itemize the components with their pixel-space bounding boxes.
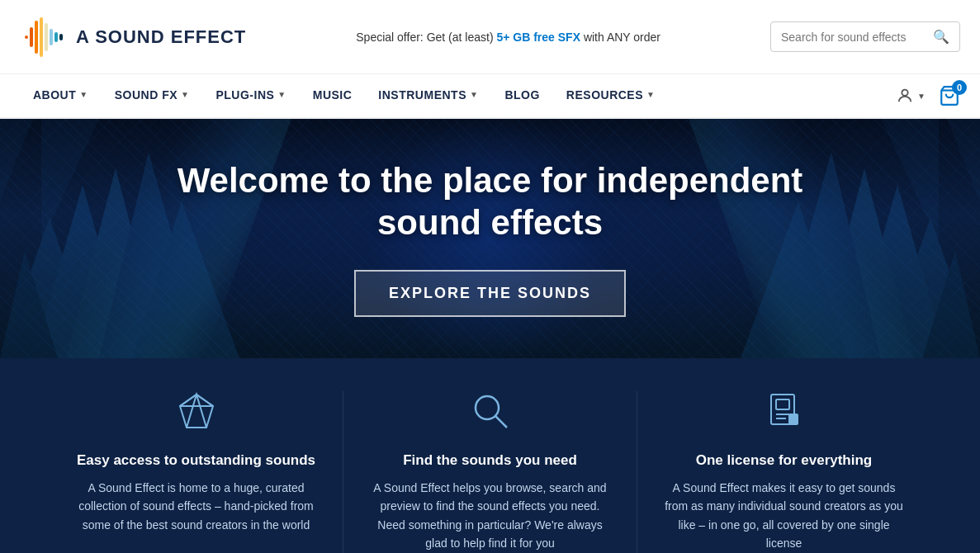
offer-link[interactable]: 5+ GB free SFX xyxy=(496,31,580,44)
nav-item-plug-ins[interactable]: PLUG-INS ▼ xyxy=(202,73,299,118)
search-icon xyxy=(368,391,612,439)
hero-content: Welcome to the place for independent sou… xyxy=(178,160,803,317)
header-offer: Special offer: Get (at least) 5+ GB free… xyxy=(246,31,770,44)
explore-button[interactable]: EXPLORE THE SOUNDS xyxy=(354,270,626,317)
chevron-down-icon: ▼ xyxy=(181,90,189,99)
hero-section: Welcome to the place for independent sou… xyxy=(0,119,980,358)
feature-title: Easy access to outstanding sounds xyxy=(74,452,318,469)
header: A SOUND EFFECT Special offer: Get (at le… xyxy=(0,0,980,74)
nav-item-blog[interactable]: BLOG xyxy=(491,73,552,118)
chevron-down-icon: ▼ xyxy=(79,90,88,99)
nav-items: ABOUT ▼ SOUND FX ▼ PLUG-INS ▼ MUSIC INST… xyxy=(20,73,896,118)
logo-icon xyxy=(20,12,69,62)
feature-desc: A Sound Effect is home to a huge, curate… xyxy=(74,479,318,534)
feature-title: Find the sounds you need xyxy=(368,452,612,469)
logo-link[interactable]: A SOUND EFFECT xyxy=(20,12,246,62)
nav-item-sound-fx[interactable]: SOUND FX ▼ xyxy=(102,73,203,118)
nav-item-music[interactable]: MUSIC xyxy=(300,73,366,118)
cart-badge: 0 xyxy=(952,80,967,95)
nav-right: ▼ 0 xyxy=(896,85,960,106)
navigation: ABOUT ▼ SOUND FX ▼ PLUG-INS ▼ MUSIC INST… xyxy=(0,74,980,119)
feature-item: One license for everything A Sound Effec… xyxy=(637,391,930,553)
nav-item-instruments[interactable]: INSTRUMENTS ▼ xyxy=(365,73,491,118)
logo-text: A SOUND EFFECT xyxy=(76,26,246,48)
svg-marker-26 xyxy=(180,395,213,428)
chevron-down-icon: ▼ xyxy=(470,90,478,99)
chevron-down-icon: ▼ xyxy=(646,90,655,99)
license-icon xyxy=(662,391,906,439)
user-menu-button[interactable]: ▼ xyxy=(896,87,926,105)
search-area: 🔍 xyxy=(770,21,960,52)
features-section: Easy access to outstanding sounds A Soun… xyxy=(0,358,980,553)
feature-item: Find the sounds you need A Sound Effect … xyxy=(343,391,637,553)
search-input[interactable] xyxy=(781,31,933,44)
cart-button[interactable]: 0 xyxy=(939,85,960,106)
chevron-down-icon: ▼ xyxy=(917,92,926,101)
nav-item-resources[interactable]: RESOURCES ▼ xyxy=(553,73,669,118)
svg-point-28 xyxy=(476,396,499,419)
svg-rect-31 xyxy=(776,399,789,409)
diamond-icon xyxy=(74,391,318,439)
user-icon xyxy=(896,87,914,105)
search-button[interactable]: 🔍 xyxy=(933,29,949,45)
svg-marker-22 xyxy=(0,119,33,201)
nav-item-about[interactable]: ABOUT ▼ xyxy=(20,73,102,118)
svg-line-29 xyxy=(495,416,507,428)
svg-marker-24 xyxy=(947,119,980,201)
feature-desc: A Sound Effect helps you browse, search … xyxy=(368,479,612,553)
feature-desc: A Sound Effect makes it easy to get soun… xyxy=(662,479,906,553)
svg-rect-34 xyxy=(789,414,798,424)
feature-title: One license for everything xyxy=(662,452,906,469)
svg-point-8 xyxy=(902,90,907,96)
chevron-down-icon: ▼ xyxy=(277,90,286,99)
feature-item: Easy access to outstanding sounds A Soun… xyxy=(50,391,343,553)
hero-title: Welcome to the place for independent sou… xyxy=(178,160,803,243)
